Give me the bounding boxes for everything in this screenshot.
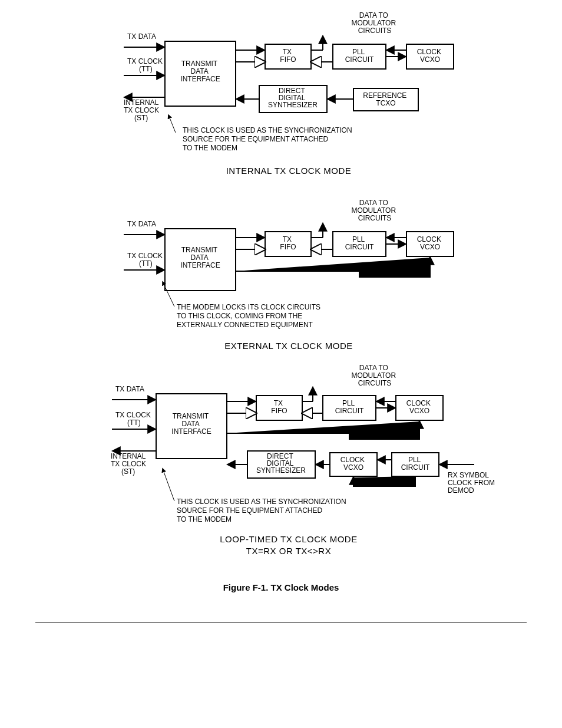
clock-vcxo-label-3a: CLOCK VCXO <box>406 399 433 415</box>
diagram-loop-timed-tx-clock: DATA TO MODULATOR CIRCUITS TRANSMIT DATA… <box>0 360 562 572</box>
note3-line-2: SOURCE FOR THE EQUIPMENT ATTACHED <box>177 506 322 515</box>
internal-tx-clock-label-3: INTERNAL TX CLOCK (ST) <box>111 452 148 476</box>
clock-vcxo-label-2: CLOCK VCXO <box>417 235 444 251</box>
tx-data-label-3: TX DATA <box>115 385 144 393</box>
tx-data-label-2: TX DATA <box>127 220 156 228</box>
data-to-mod-label: DATA TO MODULATOR CIRCUITS <box>352 11 398 35</box>
note3-line-3: TO THE MODEM <box>177 515 232 523</box>
tx-clock-label-2: TX CLOCK (TT) <box>127 252 164 268</box>
note2-line-2: TO THIS CLOCK, COMING FROM THE <box>177 312 302 320</box>
diagram2-title: EXTERNAL TX CLOCK MODE <box>224 341 353 351</box>
tx-clock-label-3: TX CLOCK (TT) <box>115 411 153 427</box>
diagram3-title-1: LOOP-TIMED TX CLOCK MODE <box>220 534 357 544</box>
diagram3-title-2: TX=RX OR TX<>RX <box>246 546 331 556</box>
footer-rule <box>35 622 527 622</box>
diagram-external-tx-clock: DATA TO MODULATOR CIRCUITS TRANSMIT DATA… <box>0 195 562 360</box>
diagram-internal-tx-clock: DATA TO MODULATOR CIRCUITS TRANSMIT DATA… <box>0 0 562 195</box>
tx-clock-label: TX CLOCK (TT) <box>127 57 164 73</box>
diagram1-title: INTERNAL TX CLOCK MODE <box>226 166 352 176</box>
note-line-2: SOURCE FOR THE EQUIPMENT ATTACHED <box>183 135 328 143</box>
tx-data-label: TX DATA <box>127 32 156 41</box>
note3-line-1: THIS CLOCK IS USED AS THE SYNCHRONIZATIO… <box>177 498 346 506</box>
internal-tx-clock-label: INTERNAL TX CLOCK (ST) <box>124 98 161 122</box>
note-line-3: TO THE MODEM <box>183 144 237 152</box>
note-line-1: THIS CLOCK IS USED AS THE SYNCHRONIZATIO… <box>183 126 352 134</box>
note2-line-1: THE MODEM LOCKS ITS CLOCK CIRCUITS <box>177 303 320 311</box>
clock-vcxo-label: CLOCK VCXO <box>417 48 444 64</box>
figure-caption: Figure F-1. TX Clock Modes <box>0 582 562 592</box>
clock-vcxo-label-3b: CLOCK VCXO <box>340 456 367 472</box>
note2-line-3: EXTERNALLY CONNECTED EQUIPMENT <box>177 321 313 329</box>
rx-symbol-label: RX SYMBOL CLOCK FROM DEMOD <box>448 471 497 495</box>
data-to-mod-label-2: DATA TO MODULATOR CIRCUITS <box>352 199 398 222</box>
data-to-mod-label-3: DATA TO MODULATOR CIRCUITS <box>352 364 398 387</box>
